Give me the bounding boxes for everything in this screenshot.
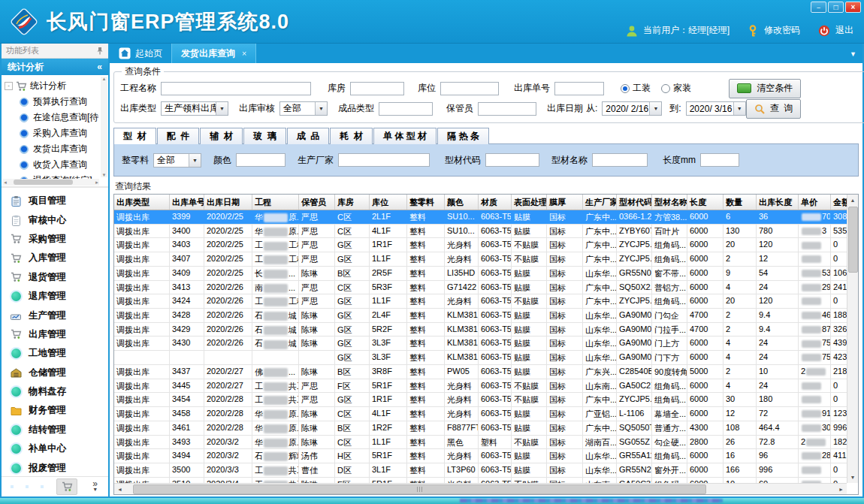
column-header-型材代码[interactable]: 型材代码 — [617, 195, 652, 210]
table-row[interactable]: 调拨出库34242020/2/26工工程严思G区1L1F整料光身料6063-T5… — [114, 294, 847, 309]
material-tab-耗材[interactable]: 耗 材 — [330, 128, 373, 144]
table-row[interactable]: 调拨出库35002020/3/3工共工程曹佳D区3L1F整料LT3P606063… — [114, 463, 847, 478]
sidebar-section-header[interactable]: 统计分析 « — [2, 59, 108, 75]
horizontal-scrollbar[interactable]: ◄ ► — [114, 483, 847, 494]
sidebar-item-报废管理[interactable]: 报废管理 — [2, 458, 108, 476]
column-header-颜色[interactable]: 颜色 — [445, 195, 479, 210]
sidebar-item-补单中心[interactable]: 补单中心 — [2, 439, 108, 458]
location-input[interactable] — [440, 82, 499, 95]
table-row[interactable]: 调拨出库35102020/3/4工共工程陈琳F区5R1F整料光身料6063-T5… — [114, 478, 847, 483]
table-row[interactable]: G区3L3F整料KLM38176063-T5贴膜国标山东华...GA90M09.… — [114, 351, 847, 365]
profile-name-input[interactable] — [592, 153, 648, 167]
table-row[interactable]: 调拨出库34582020/2/28华原...陈琳C区4L1F整料光身料6063-… — [114, 407, 847, 421]
material-tab-玻璃[interactable]: 玻 璃 — [243, 128, 286, 144]
scroll-right-icon[interactable]: ► — [835, 484, 847, 495]
tab-list-dropdown-icon[interactable]: ▼ — [850, 50, 856, 58]
search-button[interactable]: 查 询 — [746, 99, 802, 119]
sidebar-item-财务管理[interactable]: 财务管理 — [2, 401, 108, 420]
tab-close-icon[interactable]: × — [242, 49, 246, 58]
cart-button[interactable] — [56, 478, 77, 495]
sidebar-item-入库管理[interactable]: 入库管理 — [2, 249, 108, 267]
column-header-金额[interactable]: 金额 — [831, 195, 847, 210]
tree-vertical-scrollbar[interactable]: ▲▼ — [101, 77, 107, 177]
column-header-单价[interactable]: 单价 — [799, 195, 831, 210]
scroll-up-icon[interactable]: ▲ — [847, 195, 859, 206]
sidebar-item-退库管理[interactable]: 退库管理 — [2, 287, 108, 306]
sidebar-item-审核中心[interactable]: 审核中心 — [2, 210, 108, 229]
pin-icon[interactable] — [96, 47, 104, 55]
column-header-长度[interactable]: 长度 — [687, 195, 724, 210]
collapse-icon[interactable]: « — [97, 62, 102, 72]
sidebar-item-物料盘存[interactable]: 物料盘存 — [2, 382, 108, 401]
maximize-button[interactable]: □ — [828, 2, 844, 13]
table-row[interactable]: 调拨出库34032020/2/25工工程严思G区1R1F整料光身料6063-T5… — [114, 238, 847, 252]
table-row[interactable]: 调拨出库34302020/2/26石城陈琳G区3L3F整料KLM38176063… — [114, 337, 847, 351]
table-row[interactable]: 调拨出库34292020/2/26石城陈琳G区5R2F整料KLM38176063… — [114, 323, 847, 337]
column-header-出库长度[interactable]: 出库长度 — [757, 195, 799, 210]
dropdown-arrow-icon[interactable]: ▼ — [216, 102, 228, 115]
material-tab-成品[interactable]: 成 品 — [287, 128, 330, 144]
column-header-整零料[interactable]: 整零料 — [407, 195, 445, 210]
tab-home[interactable]: 起始页 — [110, 44, 171, 63]
material-tab-隔热条[interactable]: 隔 热 条 — [437, 128, 489, 144]
sidebar-item-项目管理[interactable]: 项目管理 — [2, 192, 108, 210]
material-tab-型材[interactable]: 型 材 — [113, 128, 156, 144]
tab-shipping-query[interactable]: 发货出库查询 × — [171, 44, 256, 63]
column-header-膜厚[interactable]: 膜厚 — [547, 195, 583, 210]
whole-part-select[interactable]: 全部▼ — [153, 153, 201, 167]
column-header-材质[interactable]: 材质 — [479, 195, 512, 210]
clear-conditions-button[interactable]: 清空条件 — [729, 79, 801, 98]
tree-root-statistics[interactable]: - 统计分析 — [5, 78, 99, 94]
table-row[interactable]: 调拨出库34002020/2/25华原...严思C区4L1F整料SU10...6… — [114, 225, 847, 239]
tree-item[interactable]: 预算执行查询 — [5, 94, 99, 110]
manufacturer-input[interactable] — [338, 153, 430, 167]
table-row[interactable]: 调拨出库33992020/2/25华原...严思C区2L1F整料SU10...6… — [114, 210, 847, 225]
sidebar-item-生产管理[interactable]: 生产管理 — [2, 306, 108, 324]
audit-select[interactable]: 全部▼ — [279, 101, 328, 116]
table-row[interactable]: 调拨出库34942020/3/2石辉城汤伟H区5R1F整料光身料6063-T5贴… — [114, 449, 847, 463]
column-header-库位[interactable]: 库位 — [370, 195, 407, 210]
cart-button-icon[interactable] — [56, 478, 77, 495]
profile-code-input[interactable] — [485, 153, 539, 167]
column-header-生产厂家[interactable]: 生产厂家 — [583, 195, 617, 210]
date-to-picker[interactable]: 2020/ 3/16▼ — [686, 101, 746, 116]
tree-item[interactable]: 发货出库查询 — [5, 141, 99, 157]
tree-horizontal-scrollbar[interactable]: ◄► — [3, 179, 99, 186]
tree-item[interactable]: 采购入库查询 — [5, 125, 99, 141]
minimize-button[interactable]: － — [811, 2, 826, 13]
project-name-input[interactable] — [161, 82, 311, 95]
product-type-input[interactable] — [379, 102, 433, 116]
column-header-出库单号[interactable]: 出库单号 — [170, 195, 204, 210]
vertical-scrollbar[interactable]: ▲ ▼ — [847, 195, 858, 483]
tree-item[interactable]: 收货入库查询 — [5, 157, 99, 173]
out-type-select[interactable]: 生产领料出库▼ — [161, 101, 228, 116]
horizontal-scroll-thumb[interactable] — [133, 484, 706, 494]
table-row[interactable]: 调拨出库34542020/2/28工共工程严思G区1R1F整料光身料6063-T… — [114, 393, 847, 407]
column-header-出库类型[interactable]: 出库类型 — [114, 195, 170, 210]
column-header-库房[interactable]: 库房 — [335, 195, 370, 210]
date-from-picker[interactable]: 2020/ 2/16▼ — [602, 101, 662, 116]
logout-link[interactable]: 退出 — [835, 24, 853, 37]
sidebar-item-出库管理[interactable]: 出库管理 — [2, 325, 108, 344]
dropdown-arrow-icon[interactable]: ▼ — [189, 154, 201, 167]
radio-jiazhuang[interactable] — [661, 84, 670, 93]
dropdown-arrow-icon[interactable]: ▼ — [315, 102, 327, 115]
column-header-数量[interactable]: 数量 — [724, 195, 757, 210]
keeper-input[interactable] — [478, 102, 536, 116]
scroll-left-icon[interactable]: ◄ — [114, 484, 125, 495]
tree-item[interactable]: 在途信息查询[待 — [5, 110, 99, 125]
sidebar-item-退货管理[interactable]: 退货管理 — [2, 268, 108, 287]
column-header-保管员[interactable]: 保管员 — [299, 195, 335, 210]
sidebar-item-仓储管理[interactable]: 仓储管理 — [2, 364, 108, 382]
material-tab-配件[interactable]: 配 件 — [157, 128, 200, 144]
table-row[interactable]: 调拨出库34932020/3/2华原...陈琳C区1L1F整料黑色塑料不贴膜国标… — [114, 436, 847, 450]
dropdown-arrow-icon[interactable]: ▼ — [649, 102, 661, 115]
table-row[interactable]: 调拨出库34612020/2/28华原...陈琳B区1R2F整料F8877FT6… — [114, 421, 847, 436]
table-row[interactable]: 调拨出库34132020/2/26南...严思C区5R3F整料G71422606… — [114, 281, 847, 295]
tree-expander-icon[interactable]: - — [5, 82, 13, 90]
sidebar-item-结转管理[interactable]: 结转管理 — [2, 421, 108, 439]
chevron-double-icon[interactable]: »▼ — [92, 481, 98, 493]
column-header-出库日期[interactable]: 出库日期 — [204, 195, 252, 210]
table-row[interactable]: 调拨出库34452020/2/27工共工程严思F区5R1F整料光身料6063-T… — [114, 379, 847, 394]
column-header-表面处理[interactable]: 表面处理 — [512, 195, 547, 210]
